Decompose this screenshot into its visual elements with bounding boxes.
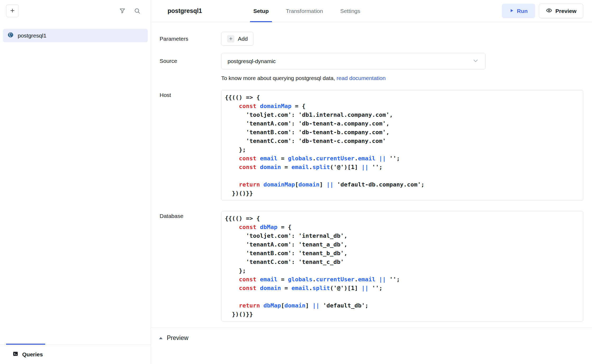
search-icon[interactable] — [134, 7, 141, 14]
query-list-item-postgresql1[interactable]: postgresql1 — [3, 29, 148, 42]
filter-icon[interactable] — [119, 7, 126, 14]
triangle-up-icon — [159, 336, 163, 340]
parameters-label: Parameters — [160, 36, 221, 42]
queries-console-icon — [12, 351, 18, 358]
parameters-row: Parameters Add — [160, 32, 583, 46]
chevron-down-icon — [472, 57, 479, 66]
source-row: Source postgresql-dynamic To know more a… — [160, 53, 583, 81]
preview-button[interactable]: Preview — [539, 4, 583, 18]
tab-transformation[interactable]: Transformation — [285, 0, 324, 22]
new-query-button[interactable] — [6, 4, 19, 17]
preview-button-label: Preview — [556, 8, 576, 14]
database-label: Database — [160, 211, 221, 219]
source-help-text: To know more about querying postgresql d… — [221, 75, 583, 81]
query-list: postgresql1 — [0, 17, 151, 344]
queries-panel-tab[interactable]: Queries — [12, 351, 43, 358]
source-help-prefix: To know more about querying postgresql d… — [221, 75, 337, 81]
plus-icon — [227, 35, 234, 43]
database-row: Database {{(() => { const dbMap = { 'too… — [160, 211, 583, 321]
host-row: Host {{(() => { const domainMap = { 'too… — [160, 90, 583, 200]
sidebar-footer: Queries — [0, 344, 151, 364]
add-parameter-button[interactable]: Add — [221, 32, 253, 46]
postgresql-icon — [7, 32, 14, 40]
setup-form: Parameters Add Source postgresql-dynamic — [151, 22, 592, 328]
query-editor-main: postgresql1 Setup Transformation Setting… — [151, 0, 592, 364]
database-code-editor[interactable]: {{(() => { const dbMap = { 'tooljet.com'… — [221, 211, 583, 321]
queries-panel-label: Queries — [22, 351, 43, 358]
play-icon — [509, 8, 514, 14]
host-code-editor[interactable]: {{(() => { const domainMap = { 'tooljet.… — [221, 90, 583, 200]
source-select-value: postgresql-dynamic — [228, 58, 276, 64]
run-button-label: Run — [517, 8, 528, 14]
header-actions: Run Preview — [502, 4, 583, 18]
query-title: postgresql1 — [168, 7, 202, 15]
preview-section-toggle[interactable]: Preview — [159, 334, 188, 342]
preview-section: Preview — [151, 328, 592, 364]
add-parameter-label: Add — [238, 36, 248, 42]
eye-icon — [546, 7, 552, 15]
sidebar-toolbar — [0, 0, 151, 17]
editor-tabs: Setup Transformation Settings — [252, 0, 361, 22]
sidebar-toolbar-icons — [119, 7, 141, 14]
query-item-label: postgresql1 — [18, 32, 47, 39]
read-documentation-link[interactable]: read documentation — [337, 75, 386, 81]
active-panel-indicator — [6, 344, 45, 345]
query-editor-header: postgresql1 Setup Transformation Setting… — [151, 0, 592, 22]
host-label: Host — [160, 90, 221, 98]
preview-section-label: Preview — [167, 334, 188, 342]
tab-setup[interactable]: Setup — [252, 0, 270, 22]
query-sidebar: postgresql1 Queries — [0, 0, 151, 364]
source-label: Source — [160, 53, 221, 64]
tab-settings[interactable]: Settings — [339, 0, 361, 22]
source-field: postgresql-dynamic To know more about qu… — [221, 53, 583, 81]
plus-icon — [10, 8, 15, 14]
run-button[interactable]: Run — [502, 4, 535, 18]
source-select[interactable]: postgresql-dynamic — [221, 53, 485, 69]
